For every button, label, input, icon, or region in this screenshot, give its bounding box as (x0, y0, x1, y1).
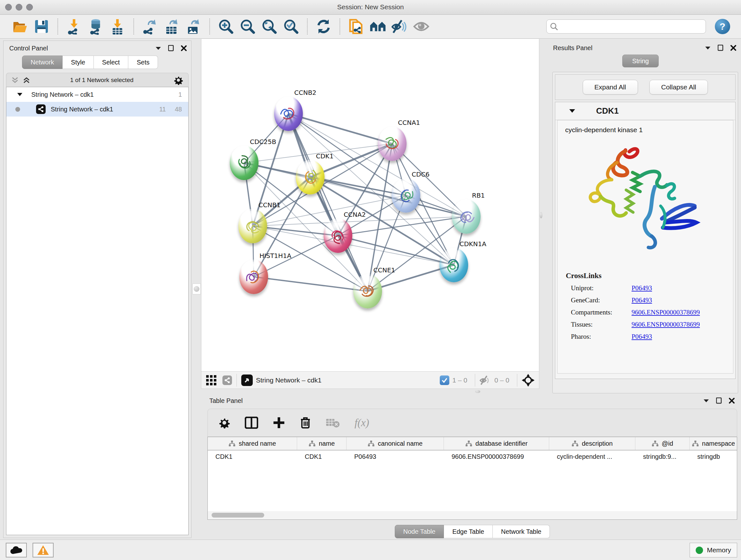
table-cell[interactable]: stringdb (690, 450, 737, 464)
network-node-cdc25b[interactable] (230, 145, 259, 180)
crosslink-compartments[interactable]: 9606.ENSP00000378699 (631, 308, 700, 316)
tab-edge-table[interactable]: Edge Table (444, 525, 493, 538)
float-panel-icon[interactable] (716, 397, 722, 404)
zoom-selected-button[interactable] (283, 18, 299, 35)
close-panel-icon[interactable] (731, 45, 736, 51)
horizontal-scrollbar[interactable] (208, 511, 737, 519)
tab-network[interactable]: Network (22, 56, 63, 69)
crosslink-uniprot[interactable]: P06493 (631, 284, 652, 292)
network-edge[interactable] (254, 277, 367, 291)
network-icon-gray[interactable] (222, 375, 232, 385)
tab-style[interactable]: Style (63, 56, 93, 69)
export-image-button[interactable] (185, 18, 201, 35)
pan-crosshair-icon[interactable] (522, 374, 535, 387)
network-node-cdc6[interactable] (392, 178, 420, 212)
bottom-splitter-handle[interactable] (473, 390, 482, 393)
network-row[interactable]: String Network – cdk1 11 48 (6, 102, 188, 117)
float-panel-icon[interactable] (168, 45, 174, 51)
scrollbar-thumb[interactable] (212, 513, 264, 517)
add-column-icon[interactable] (273, 417, 285, 429)
search-input[interactable] (558, 21, 702, 32)
close-panel-icon[interactable] (181, 45, 187, 51)
birdseye-view-icon[interactable] (241, 374, 253, 386)
crosslink-genecard[interactable]: P06493 (631, 296, 652, 304)
collapse-section-icon[interactable] (569, 109, 575, 113)
column-header-namespace[interactable]: namespace (690, 437, 737, 450)
panel-menu-icon[interactable] (703, 399, 709, 402)
import-network-from-file-button[interactable] (66, 18, 82, 35)
crosslink-pharos[interactable]: P06493 (631, 333, 652, 341)
table-cell[interactable]: CDK1 (208, 450, 297, 464)
delete-table-icon-disabled (326, 417, 340, 428)
table-cell[interactable]: cyclin-dependent ... (549, 450, 635, 464)
gear-icon[interactable] (174, 75, 183, 85)
network-node-ccna1[interactable] (378, 126, 407, 161)
help-button[interactable]: ? (715, 19, 730, 34)
tab-sets[interactable]: Sets (128, 56, 158, 69)
column-header-sharedname[interactable]: shared name (208, 437, 297, 450)
export-table-button[interactable] (164, 18, 180, 35)
show-all-button[interactable] (413, 18, 429, 35)
import-table-from-file-button[interactable] (110, 18, 125, 35)
selected-checkbox[interactable] (440, 375, 449, 385)
tab-node-table[interactable]: Node Table (395, 525, 444, 538)
left-splitter-handle[interactable] (192, 284, 201, 294)
import-network-from-database-button[interactable] (88, 18, 104, 35)
network-node-rb1[interactable] (452, 199, 481, 234)
column-header-id[interactable]: @id (635, 437, 690, 450)
column-header-description[interactable]: description (549, 437, 635, 450)
network-collection-row[interactable]: String Network – cdk1 1 (6, 87, 188, 102)
network-edge[interactable] (288, 114, 392, 144)
table-cell[interactable]: stringdb:9... (635, 450, 690, 464)
warnings-button[interactable] (32, 543, 54, 557)
float-panel-icon[interactable] (718, 45, 724, 51)
show-columns-icon[interactable] (245, 417, 258, 429)
column-header-name[interactable]: name (297, 437, 347, 450)
expand-all-button[interactable]: Expand All (583, 80, 638, 95)
collapse-all-icon[interactable] (11, 77, 18, 84)
network-node-hist1h1a[interactable] (239, 260, 268, 294)
export-network-button[interactable] (142, 18, 158, 35)
clone-network-button[interactable] (348, 18, 364, 35)
save-session-button[interactable] (33, 18, 50, 35)
zoom-in-button[interactable] (218, 18, 234, 35)
network-node-cdkn1a[interactable] (440, 248, 468, 282)
grid-view-icon[interactable] (206, 375, 217, 386)
tab-network-table[interactable]: Network Table (493, 525, 550, 538)
network-node-ccna2[interactable] (324, 219, 352, 253)
panel-menu-icon[interactable] (705, 46, 711, 50)
search-box[interactable] (546, 19, 706, 34)
column-header-databaseidentifier[interactable]: database identifier (444, 437, 549, 450)
collection-expander-icon[interactable] (17, 92, 22, 97)
window-title: Session: New Session (0, 3, 741, 11)
hide-selected-button[interactable] (392, 18, 408, 35)
network-edge[interactable] (253, 114, 288, 226)
zoom-fit-button[interactable] (261, 18, 277, 35)
table-row[interactable]: CDK1CDK1P064939606.ENSP00000378699cyclin… (208, 450, 737, 464)
crosslink-tissues[interactable]: 9606.ENSP00000378699 (631, 320, 700, 328)
tab-select[interactable]: Select (94, 56, 129, 69)
network-node-ccnb2[interactable] (274, 97, 303, 131)
delete-column-trash-icon[interactable] (300, 416, 311, 429)
first-neighbors-button[interactable] (370, 18, 386, 35)
tab-string[interactable]: String (622, 55, 659, 67)
expand-all-icon[interactable] (23, 77, 30, 84)
close-panel-icon[interactable] (729, 398, 735, 403)
apply-layout-button[interactable] (316, 18, 332, 35)
network-node-ccnb1[interactable] (239, 209, 267, 243)
open-session-button[interactable] (12, 18, 28, 35)
table-options-gear-icon[interactable] (219, 417, 230, 428)
table-cell[interactable]: CDK1 (297, 450, 347, 464)
network-node-ccne1[interactable] (353, 274, 382, 308)
column-header-canonicalname[interactable]: canonical name (347, 437, 444, 450)
collapse-all-button[interactable]: Collapse All (650, 80, 708, 95)
network-edge[interactable] (288, 114, 367, 291)
table-cell[interactable]: 9606.ENSP00000378699 (444, 450, 549, 464)
cloud-status-button[interactable] (6, 543, 27, 557)
zoom-out-button[interactable] (240, 18, 256, 35)
table-cell[interactable]: P06493 (347, 450, 444, 464)
network-node-cdk1[interactable] (296, 160, 325, 194)
network-canvas[interactable]: CCNB2 CCNA1 CDC25B CDK1 CDC6 (201, 39, 539, 371)
panel-menu-icon[interactable] (155, 46, 161, 50)
memory-button[interactable]: Memory (690, 543, 737, 557)
